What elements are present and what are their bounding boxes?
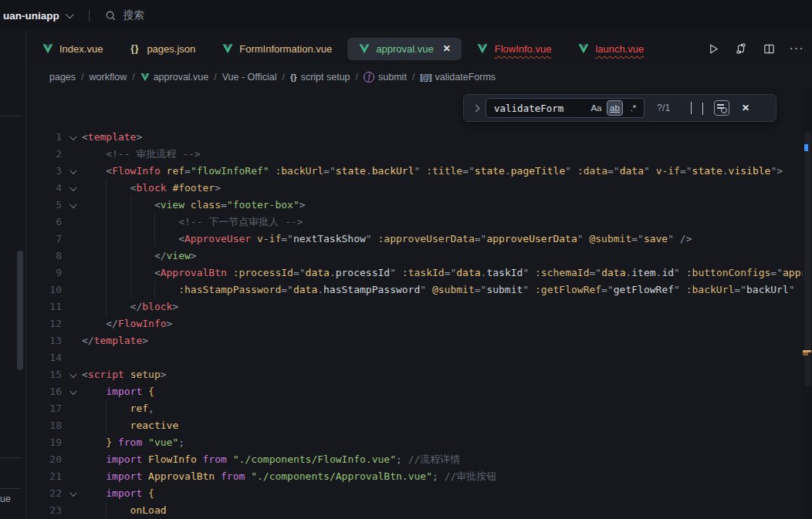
editor-scrollbar[interactable] <box>804 132 811 386</box>
vue-file-icon <box>477 43 489 55</box>
code-line[interactable]: 18reactive <box>26 417 812 434</box>
tab-pages.json[interactable]: {}pages.json <box>118 38 206 60</box>
search-placeholder: 搜索 <box>123 8 144 22</box>
fold-gutter <box>62 502 82 519</box>
split-editor-icon[interactable] <box>761 41 776 56</box>
code-editor[interactable]: 1<template>2<!-- 审批流程 -->3<FlowInfo ref=… <box>26 87 812 519</box>
breadcrumb-item-script-setup[interactable]: {}script setup <box>290 72 350 83</box>
line-content[interactable]: <block #footer> <box>82 180 221 197</box>
line-content[interactable]: <ApprovalBtn :processId="data.processId"… <box>82 265 812 281</box>
find-input[interactable]: validateForm Aa ab .* <box>486 98 645 118</box>
code-token: ; <box>432 468 438 485</box>
line-content[interactable]: import { <box>82 485 154 502</box>
line-content[interactable]: <FlowInfo ref="flowInfoRef" :backUrl="st… <box>82 163 783 180</box>
regex-button[interactable]: .* <box>625 100 641 116</box>
code-token: :buttonConfigs <box>686 265 771 281</box>
line-content[interactable]: reactive <box>82 417 178 434</box>
code-line[interactable]: 17ref, <box>26 400 812 417</box>
find-query-text[interactable]: validateForm <box>494 103 586 114</box>
line-content[interactable]: </template> <box>82 332 148 349</box>
code-line[interactable]: 16import { <box>26 383 812 400</box>
line-content[interactable]: <template> <box>82 129 142 146</box>
code-line[interactable]: 13</template> <box>26 332 812 349</box>
line-content[interactable]: } from "vue"; <box>82 434 184 451</box>
code-line[interactable]: 22import { <box>26 485 812 502</box>
find-in-selection-icon[interactable] <box>714 100 729 116</box>
tab-approval.vue[interactable]: approval.vue✕ <box>347 38 462 60</box>
tab-FlowInfo.vue[interactable]: FlowInfo.vue <box>466 38 563 60</box>
sidebar-scrollbar[interactable] <box>17 251 23 370</box>
code-line[interactable]: 5<view class="footer-box"> <box>26 197 812 214</box>
line-number: 21 <box>26 468 62 485</box>
sidebar-divider <box>0 116 21 116</box>
line-content[interactable]: <script setup> <box>82 366 167 383</box>
whole-word-button[interactable]: ab <box>607 100 623 116</box>
previous-match-icon[interactable] <box>691 103 692 114</box>
tab-FormInformation.vue[interactable]: FormInformation.vue <box>211 38 343 60</box>
code-line[interactable]: 12</FlowInfo> <box>26 315 812 332</box>
code-line[interactable]: 6<!-- 下一节点审批人 --> <box>26 214 812 231</box>
code-line[interactable]: 23onLoad <box>26 502 812 519</box>
line-content[interactable]: </block> <box>82 298 178 315</box>
line-content[interactable]: </view> <box>82 248 197 265</box>
line-content[interactable]: </FlowInfo> <box>82 315 172 332</box>
global-search[interactable]: 搜索 <box>105 8 144 22</box>
breadcrumb-item-approval-vue[interactable]: approval.vue <box>140 72 209 83</box>
tab-launch.vue[interactable]: launch.vue <box>567 38 655 60</box>
code-line[interactable]: 3<FlowInfo ref="flowInfoRef" :backUrl="s… <box>26 163 812 180</box>
fold-chevron-icon[interactable] <box>62 180 82 197</box>
next-match-icon[interactable] <box>702 103 703 114</box>
line-content[interactable]: <!-- 审批流程 --> <box>82 146 201 163</box>
fold-chevron-icon[interactable] <box>62 129 82 146</box>
code-line[interactable]: 10:hasStampPassword="data.hasStampPasswo… <box>26 281 812 298</box>
code-line[interactable]: 21import ApprovalBtn from "./components/… <box>26 468 812 485</box>
code-line[interactable]: 14 <box>26 349 812 366</box>
fold-chevron-icon[interactable] <box>62 485 82 502</box>
fold-chevron-icon[interactable] <box>62 366 82 383</box>
line-content[interactable]: <!-- 下一节点审批人 --> <box>82 214 303 231</box>
fold-chevron-icon[interactable] <box>62 197 82 214</box>
code-line[interactable]: 2<!-- 审批流程 --> <box>26 146 812 163</box>
line-content[interactable]: import { <box>82 383 154 400</box>
sidebar-file-partial[interactable]: ue <box>0 494 11 504</box>
breadcrumb-item-vue-official[interactable]: Vue - Official <box>222 72 277 83</box>
breadcrumb-separator: / <box>214 72 216 83</box>
code-line[interactable]: 1<template> <box>26 129 812 146</box>
code-line[interactable]: 15<script setup> <box>26 366 812 383</box>
find-results-count: ?/1 <box>657 103 683 113</box>
line-content[interactable]: import FlowInfo from "./components/FlowI… <box>82 451 460 468</box>
code-line[interactable]: 8</view> <box>26 248 812 265</box>
line-content[interactable]: <ApproveUser v-if="nextTaskShow" :approv… <box>82 231 692 248</box>
fold-chevron-icon[interactable] <box>62 163 82 180</box>
indent-guide <box>106 502 130 519</box>
close-icon[interactable]: ✕ <box>443 43 451 54</box>
code-line[interactable]: 19} from "vue"; <box>26 434 812 451</box>
code-line[interactable]: 11</block> <box>26 298 812 315</box>
tab-Index.vue[interactable]: Index.vue <box>31 38 113 60</box>
project-switcher[interactable]: uan-uniapp <box>3 10 72 22</box>
close-icon[interactable]: ✕ <box>742 103 749 113</box>
breadcrumb-item-validateforms[interactable]: [@]validateForms <box>420 72 496 83</box>
code-token: backUrl <box>746 281 789 298</box>
vue-file-icon <box>577 43 589 55</box>
line-content[interactable]: import ApprovalBtn from "./components/Ap… <box>82 468 496 485</box>
line-content[interactable]: onLoad <box>82 502 167 519</box>
code-token: submit <box>486 281 523 298</box>
code-line[interactable]: 20import FlowInfo from "./components/Flo… <box>26 451 812 468</box>
open-changes-icon[interactable] <box>733 41 749 56</box>
toggle-replace-icon[interactable] <box>470 106 481 111</box>
breadcrumb-item-workflow[interactable]: workflow <box>90 72 127 83</box>
code-line[interactable]: 4<block #footer> <box>26 180 812 197</box>
match-case-button[interactable]: Aa <box>588 100 604 116</box>
line-content[interactable]: ref, <box>82 400 154 417</box>
breadcrumb-item-pages[interactable]: pages <box>49 72 76 83</box>
code-line[interactable]: 7<ApproveUser v-if="nextTaskShow" :appro… <box>26 231 812 248</box>
line-content[interactable]: <view class="footer-box"> <box>82 197 306 214</box>
indent-guide <box>106 231 130 248</box>
code-line[interactable]: 9<ApprovalBtn :processId="data.processId… <box>26 265 812 281</box>
fold-chevron-icon[interactable] <box>62 383 82 400</box>
more-actions-icon[interactable]: ··· <box>789 41 804 56</box>
line-content[interactable]: :hasStampPassword="data.hasStampPassword… <box>82 281 812 298</box>
breadcrumb-item-submit[interactable]: fsubmit <box>364 72 407 83</box>
run-icon[interactable] <box>705 41 721 56</box>
